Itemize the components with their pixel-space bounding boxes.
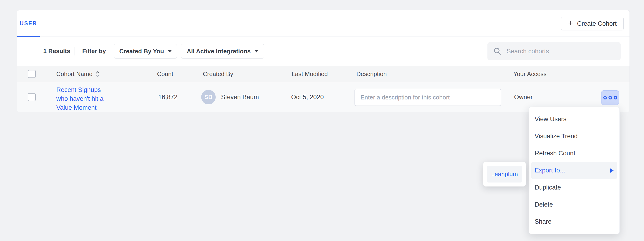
- menu-item-delete[interactable]: Delete: [531, 196, 617, 213]
- filter-by-label: Filter by: [82, 37, 106, 66]
- select-all-checkbox[interactable]: [28, 70, 36, 78]
- menu-item-duplicate[interactable]: Duplicate: [531, 179, 617, 196]
- more-actions-button[interactable]: [601, 90, 619, 105]
- submenu-item-leanplum[interactable]: Leanplum: [487, 166, 522, 182]
- menu-item-share[interactable]: Share: [531, 213, 617, 230]
- export-submenu: Leanplum: [483, 162, 526, 186]
- cohorts-page: { "tabs": { "user_label": "USER" }, "hea…: [0, 0, 644, 241]
- cohort-count: 16,872: [158, 82, 178, 112]
- more-dots-icon: [608, 96, 612, 99]
- plus-icon: +: [568, 19, 573, 27]
- menu-item-export-label: Export to...: [535, 167, 565, 174]
- column-header-cohort-name[interactable]: Cohort Name: [56, 66, 100, 82]
- column-header-last-modified: Last Modified: [292, 66, 328, 82]
- more-dots-icon: [603, 96, 607, 99]
- created-by-dropdown[interactable]: Created By You: [114, 44, 177, 59]
- cohort-name-link[interactable]: Recent Signups who haven't hit a Value M…: [56, 85, 114, 112]
- chevron-down-icon: [254, 50, 258, 52]
- tab-user[interactable]: USER: [17, 10, 40, 37]
- last-modified-date: Oct 5, 2020: [291, 82, 324, 112]
- created-by-dropdown-label: Created By You: [119, 48, 164, 55]
- menu-item-refresh-count[interactable]: Refresh Count: [531, 145, 617, 162]
- table-header-row: Cohort Name Count Created By Last Modifi…: [17, 66, 630, 82]
- cohorts-panel: USER + Create Cohort 1 Results Filter by…: [17, 10, 630, 112]
- submenu-arrow-icon: [610, 168, 614, 173]
- row-checkbox[interactable]: [28, 93, 36, 101]
- column-header-your-access: Your Access: [514, 66, 546, 82]
- search-input[interactable]: [506, 48, 614, 55]
- search-icon: [494, 47, 502, 55]
- results-count: 1 Results: [43, 37, 70, 66]
- creator-avatar: SB: [201, 90, 216, 104]
- more-dots-icon: [614, 96, 617, 99]
- column-header-label: Cohort Name: [56, 70, 92, 78]
- row-context-menu: View Users Visualize Trend Refresh Count…: [528, 107, 620, 234]
- creator-name: Steven Baum: [221, 82, 259, 112]
- column-header-created-by: Created By: [203, 66, 233, 82]
- create-cohort-button[interactable]: + Create Cohort: [561, 17, 624, 31]
- create-cohort-label: Create Cohort: [577, 20, 617, 27]
- menu-item-export-to[interactable]: Export to...: [531, 162, 617, 179]
- menu-item-view-users[interactable]: View Users: [531, 111, 617, 128]
- filter-bar: 1 Results Filter by Created By You All A…: [17, 37, 630, 66]
- search-box: [488, 42, 621, 60]
- integrations-dropdown[interactable]: All Active Integrations: [181, 44, 264, 59]
- tab-user-label: USER: [20, 20, 37, 27]
- chevron-down-icon: [168, 50, 172, 52]
- sort-icon: [95, 71, 100, 77]
- tab-bar: USER + Create Cohort: [17, 10, 630, 37]
- integrations-dropdown-label: All Active Integrations: [187, 48, 251, 55]
- description-input[interactable]: [354, 89, 501, 106]
- column-header-description: Description: [356, 66, 387, 82]
- menu-item-visualize-trend[interactable]: Visualize Trend: [531, 128, 617, 145]
- divider: [74, 47, 75, 56]
- column-header-count: Count: [157, 66, 173, 82]
